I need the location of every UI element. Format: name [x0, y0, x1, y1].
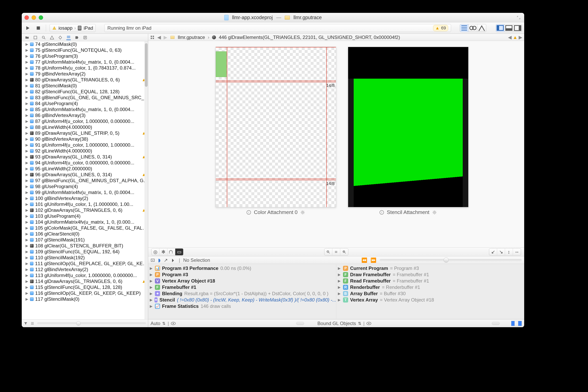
zoom-group[interactable]: = [324, 248, 348, 256]
call-row[interactable]: ▶90 glBindVertexArray(38) [22, 136, 148, 142]
call-row[interactable]: ▶114 glDrawArrays(GL_TRIANGLES, 0, 6)▲ [22, 278, 148, 284]
call-row[interactable]: ▶79 glBindVertexArray(2) [22, 71, 148, 77]
debug-icon[interactable] [66, 35, 71, 40]
inspector-row[interactable]: ▶BArray Buffer = Buffer #30 [338, 290, 522, 297]
test-icon[interactable] [58, 35, 62, 40]
jump-warning-icon[interactable]: ▲ [513, 34, 518, 40]
jump-prev-icon[interactable]: ◀ [508, 34, 512, 40]
forward-icon[interactable]: ⏩ [370, 258, 376, 263]
inspector-row[interactable]: ▶FDraw Framebuffer = Framebuffer #1 [338, 272, 522, 278]
bottom-panel-icon[interactable] [504, 24, 513, 32]
inspector-row[interactable]: ▶TVertex Array = Vertex Array Object #18 [338, 297, 522, 303]
call-row[interactable]: ▶74 glStencilMask(0) [22, 41, 148, 47]
right-panel-icon[interactable] [513, 24, 522, 32]
call-row[interactable]: ▶107 glStencilMask(191) [22, 237, 148, 243]
stencil-attachment-view[interactable] [348, 47, 468, 207]
call-row[interactable]: ▶97 glBlendFunc(GL_ONE_MINUS_DST_ALPHA, … [22, 178, 148, 184]
jump-file[interactable]: llmr.gputrace [178, 34, 205, 40]
report-icon[interactable] [83, 35, 87, 40]
call-row[interactable]: ▶101 glUniform4f(u_color, 1, {1.0000000,… [22, 201, 148, 207]
inspector-row[interactable]: ▶✦Stencil ( !=0x80 (0x80) - (IncW, Keep,… [150, 297, 334, 303]
call-row[interactable]: ▶104 glUniformMatrix4fv(u_matrix, 1, 0, … [22, 219, 148, 225]
call-row[interactable]: ▶75 glStencilFunc(GL_NOTEQUAL, 0, 63) [22, 47, 148, 53]
inspector-row[interactable]: ▶PCurrent Program = Program #3 [338, 265, 522, 272]
search-icon[interactable] [42, 35, 46, 40]
gear-icon[interactable] [432, 210, 437, 215]
call-row[interactable]: ▶113 glUniform4f(u_color, 1.0000000, 0.0… [22, 272, 148, 278]
state-inspector[interactable]: ▶📊Program #3 Performance 0.00 ns (0.0%)▶… [148, 264, 336, 319]
inspector-row[interactable]: ▶PProgram #3 [150, 272, 334, 278]
fullscreen-icon[interactable] [516, 15, 522, 20]
snow-icon[interactable]: ✻ [160, 248, 167, 255]
tree-scrollbar[interactable] [144, 41, 148, 319]
call-row[interactable]: ▶92 glLineWidth(4.0000000) [22, 148, 148, 154]
issue-badge[interactable]: ▲ 69 [433, 25, 448, 31]
call-row[interactable]: ▶85 glUniformMatrix4fv(u_matrix, 1, 0, {… [22, 106, 148, 112]
folder-icon[interactable] [25, 35, 29, 40]
filter-pill[interactable] [296, 322, 304, 325]
tag-icon[interactable]: ◗ [158, 258, 161, 263]
jump-next-icon[interactable]: ▶ [519, 34, 522, 40]
call-row[interactable]: ▶88 glLineWidth(4.0000000) [22, 124, 148, 130]
spiral-icon[interactable]: ◎ [152, 248, 160, 255]
stop-button[interactable] [34, 24, 42, 32]
arrow-down-right-icon[interactable]: ↘ [497, 248, 505, 255]
call-row[interactable]: ▶81 glStencilMask(0) [22, 83, 148, 89]
frame-slider[interactable] [380, 259, 522, 262]
bound-label[interactable]: Bound GL Objects [318, 321, 356, 326]
eye-icon[interactable] [171, 322, 176, 325]
related-items-icon[interactable] [150, 35, 154, 40]
filter-pill[interactable] [492, 322, 500, 325]
breakpoint-icon[interactable] [75, 35, 79, 40]
symbol-icon[interactable] [33, 35, 38, 40]
jump-call[interactable]: 446 glDrawElements(GL_TRIANGLES, 22101, … [219, 34, 400, 40]
jump-forward-icon[interactable]: ▶ [164, 34, 167, 40]
navigator-slider[interactable] [37, 322, 146, 324]
issue-icon[interactable] [50, 35, 54, 40]
filter-icon[interactable] [24, 322, 28, 326]
call-row[interactable]: ▶111 glStencilOp(GL_REPLACE, GL_KEEP, GL… [22, 260, 148, 266]
call-row[interactable]: ▶84 glUseProgram(4) [22, 100, 148, 106]
inspector-row[interactable]: ▶FRead Framebuffer = Framebuffer #1 [338, 278, 522, 284]
auto-label[interactable]: Auto [150, 321, 160, 326]
call-row[interactable]: ▶80 glDrawArrays(GL_TRIANGLES, 0, 6)▲ [22, 77, 148, 83]
call-row[interactable]: ▶115 glStencilFunc(GL_EQUAL, 128, 128) [22, 284, 148, 290]
editor-mode-segment[interactable] [460, 24, 486, 32]
inspector-row[interactable]: ▶FFramebuffer #1 [150, 284, 334, 290]
zoom-out-icon[interactable] [324, 248, 332, 255]
cursor-icon[interactable]: ↗ [164, 258, 168, 263]
outline-icon[interactable] [30, 322, 34, 326]
inspector-row[interactable]: ▶VVertex Array Object #18 [150, 278, 334, 284]
call-row[interactable]: ▶108 glClear(GL_STENCIL_BUFFER_BIT) [22, 243, 148, 249]
call-row[interactable]: ▶112 glBindVertexArray(2) [22, 266, 148, 272]
call-tree[interactable]: ▶74 glStencilMask(0)▶75 glStencilFunc(GL… [22, 41, 148, 319]
call-row[interactable]: ▶99 glUniformMatrix4fv(u_matrix, 1, 0, {… [22, 190, 148, 196]
assistant-editor-icon[interactable] [469, 24, 477, 32]
call-row[interactable]: ▶77 glUniformMatrix4fv(u_matrix, 1, 0, {… [22, 59, 148, 65]
call-row[interactable]: ▶78 glUniform4fv(u_color, 1, {0.7843137,… [22, 65, 148, 71]
call-row[interactable]: ▶105 glColorMask(GL_FALSE, GL_FALSE, GL_… [22, 225, 148, 231]
jump-back-icon[interactable]: ◀ [157, 34, 161, 40]
rect-icon[interactable]: ▭ [175, 248, 183, 255]
call-row[interactable]: ▶83 glBlendFunc(GL_ONE, GL_ONE_MINUS_SRC… [22, 95, 148, 100]
call-row[interactable]: ▶98 glUseProgram(4) [22, 184, 148, 190]
inspector-row[interactable]: ▶📈Frame Statistics 146 draw calls [150, 303, 334, 310]
arrow-down-left-icon[interactable]: ↙ [489, 248, 497, 255]
zoom-fit-icon[interactable]: = [332, 248, 340, 255]
rewind-icon[interactable]: ⏪ [362, 258, 367, 263]
call-row[interactable]: ▶116 glStencilOp(GL_KEEP, GL_KEEP, GL_KE… [22, 290, 148, 296]
call-row[interactable]: ▶95 glLineWidth(2.0000000) [22, 166, 148, 172]
panel-visibility-segment[interactable] [496, 24, 522, 32]
call-row[interactable]: ▶110 glStencilMask(192) [22, 255, 148, 260]
call-row[interactable]: ▶91 glUniform4f(u_color, 1.0000000, 1.00… [22, 142, 148, 148]
view-mode-group[interactable]: ◎ ✻ ⛫ ▭ [151, 248, 183, 256]
gear-icon[interactable] [300, 210, 305, 215]
call-row[interactable]: ▶109 glStencilFunc(GL_EQUAL, 192, 64) [22, 249, 148, 255]
arrow-horizontal-icon[interactable]: ↔ [513, 248, 521, 255]
call-row[interactable]: ▶96 glDrawArrays(GL_LINES, 0, 314)▲ [22, 172, 148, 178]
call-row[interactable]: ▶76 glUseProgram(3) [22, 53, 148, 59]
info-icon[interactable]: i [246, 210, 251, 215]
call-row[interactable]: ▶106 glClearStencil(0) [22, 231, 148, 237]
eye-icon[interactable] [366, 322, 371, 325]
run-button[interactable] [24, 24, 32, 32]
